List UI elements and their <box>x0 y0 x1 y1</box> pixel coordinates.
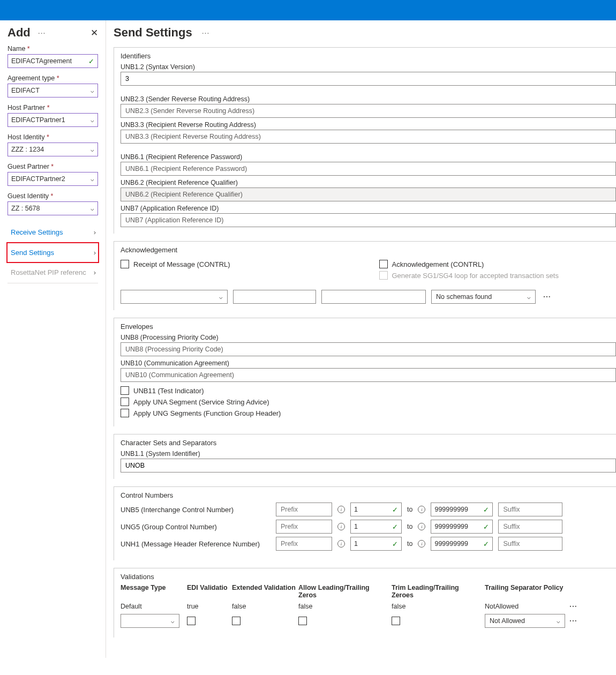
chevron-down-icon: ⌵ <box>527 294 531 301</box>
unb61-label: UNB6.1 (Recipient Reference Password) <box>121 153 616 161</box>
unb12-input[interactable] <box>121 72 616 86</box>
unb5-to[interactable]: 999999999✓ <box>431 502 493 516</box>
unb8-label: UNB8 (Processing Priority Code) <box>121 334 616 341</box>
val-false: false <box>392 603 483 610</box>
check-icon: ✓ <box>483 506 489 514</box>
ung5-prefix[interactable] <box>276 520 332 534</box>
unh1-prefix[interactable] <box>276 537 332 551</box>
close-icon[interactable]: ✕ <box>91 27 98 39</box>
control-numbers-section: Control Numbers UNB5 (Interchange Contro… <box>114 486 616 560</box>
guest-partner-select[interactable]: EDIFACTPartner2 ⌵ <box>7 172 98 186</box>
page-title: Send Settings <box>114 26 192 40</box>
unb5-from[interactable]: 1✓ <box>350 502 402 516</box>
name-input[interactable]: EDIFACTAgreement ✓ <box>7 54 98 68</box>
unb10-label: UNB10 (Communication Agreement) <box>121 359 616 367</box>
more-icon[interactable]: ··· <box>200 28 212 37</box>
unb11-checkbox[interactable] <box>121 386 129 395</box>
validations-section: Validations Message Type EDI Validatio E… <box>114 568 616 638</box>
chevron-right-icon: › <box>94 249 96 257</box>
unb23-input[interactable] <box>121 104 616 118</box>
guest-identity-select[interactable]: ZZ : 5678 ⌵ <box>7 201 98 215</box>
unh1-to[interactable]: 999999999✓ <box>431 537 493 551</box>
unh1-from[interactable]: 1✓ <box>350 537 402 551</box>
to-label: to <box>407 506 412 513</box>
chevron-down-icon: ⌵ <box>219 294 223 301</box>
ack-select-2[interactable] <box>233 290 316 304</box>
agreement-type-label: Agreement type * <box>7 74 98 82</box>
chevron-down-icon: ⌵ <box>91 87 94 94</box>
more-icon[interactable]: ··· <box>567 617 583 625</box>
ung5-from[interactable]: 1✓ <box>350 520 402 534</box>
info-icon[interactable]: i <box>337 540 345 548</box>
host-partner-label: Host Partner * <box>7 104 98 111</box>
to-label: to <box>407 540 412 548</box>
env-title: Envelopes <box>121 322 616 331</box>
una-label: Apply UNA Segment (Service String Advice… <box>133 398 269 406</box>
val-false: false <box>232 603 296 610</box>
more-icon[interactable]: ··· <box>36 28 48 37</box>
nav-rosettanet[interactable]: RosettaNet PIP referenc › <box>7 262 98 283</box>
ack-select-3[interactable] <box>321 290 426 304</box>
info-icon[interactable]: i <box>418 506 425 513</box>
right-panel: Send Settings ··· Identifiers UNB1.2 (Sy… <box>106 20 616 658</box>
val-default: Default <box>121 603 185 610</box>
ack-select-1[interactable]: ⌵ <box>121 290 228 304</box>
check-icon: ✓ <box>392 523 398 531</box>
nav-send-settings[interactable]: Send Settings › <box>6 242 99 263</box>
host-identity-select[interactable]: ZZZ : 1234 ⌵ <box>7 142 98 156</box>
chevron-down-icon: ⌵ <box>91 146 94 153</box>
host-partner-select[interactable]: EDIFACTPartner1 ⌵ <box>7 113 98 127</box>
envelopes-section: Envelopes UNB8 (Processing Priority Code… <box>114 318 616 426</box>
unb8-input[interactable] <box>121 342 616 356</box>
generate-label: Generate SG1/SG4 loop for accepted trans… <box>392 272 559 280</box>
unb5-label: UNB5 (Interchange Control Number) <box>121 506 271 514</box>
identifiers-title: Identifiers <box>121 52 616 60</box>
ack-contrl-checkbox[interactable] <box>379 260 388 268</box>
ctrl-title: Control Numbers <box>121 491 616 499</box>
more-icon[interactable]: ··· <box>541 292 553 301</box>
info-icon[interactable]: i <box>337 523 345 530</box>
name-label: Name * <box>7 45 98 52</box>
val-title: Validations <box>121 573 616 581</box>
chevron-down-icon: ⌵ <box>91 117 94 124</box>
unb5-suffix[interactable] <box>498 502 562 516</box>
unb33-label: UNB3.3 (Recipient Reverse Routing Addres… <box>121 121 616 129</box>
ung5-to[interactable]: 999999999✓ <box>431 520 493 534</box>
unb11sys-input[interactable] <box>121 459 616 472</box>
val-trim-checkbox[interactable] <box>392 617 400 625</box>
charset-section: Character Sets and Separators UNB1.1 (Sy… <box>114 434 616 479</box>
info-icon[interactable]: i <box>418 523 425 530</box>
val-edi-checkbox[interactable] <box>187 617 196 625</box>
info-icon[interactable]: i <box>337 506 345 513</box>
receipt-checkbox[interactable] <box>121 260 129 268</box>
val-h-trim: Trim Leading/Trailing Zeroes <box>392 584 483 599</box>
ung5-suffix[interactable] <box>498 520 562 534</box>
val-false: false <box>298 603 389 610</box>
unb5-prefix[interactable] <box>276 502 332 516</box>
more-icon[interactable]: ··· <box>567 602 583 611</box>
una-checkbox[interactable] <box>121 398 129 406</box>
val-ext-checkbox[interactable] <box>232 617 241 625</box>
val-msgtype-select[interactable]: ⌵ <box>121 614 179 628</box>
unb33-input[interactable] <box>121 130 616 144</box>
unb7-input[interactable] <box>121 213 616 227</box>
unb61-input[interactable] <box>121 162 616 176</box>
val-h-trail: Trailing Separator Policy <box>485 584 565 599</box>
val-h-ext: Extended Validation <box>232 584 296 599</box>
unb11-label: UNB11 (Test Indicator) <box>133 387 204 395</box>
chevron-down-icon: ⌵ <box>91 176 94 183</box>
acknowledgement-section: Acknowledgement Receipt of Message (CONT… <box>114 241 616 310</box>
unb12-label: UNB1.2 (Syntax Version) <box>121 63 616 71</box>
nav-receive-settings[interactable]: Receive Settings › <box>7 222 98 243</box>
val-lead-checkbox[interactable] <box>298 617 307 625</box>
identifiers-section: Identifiers UNB1.2 (Syntax Version) UNB2… <box>114 47 616 234</box>
agreement-type-select[interactable]: EDIFACT ⌵ <box>7 84 98 98</box>
unh1-suffix[interactable] <box>498 537 562 551</box>
ung-checkbox[interactable] <box>121 409 129 417</box>
val-trailpolicy-select[interactable]: Not Allowed⌵ <box>485 614 565 628</box>
unb10-input[interactable] <box>121 368 616 382</box>
val-h-lead: Allow Leading/Trailing Zeros <box>298 584 389 599</box>
host-identity-label: Host Identity * <box>7 133 98 141</box>
ack-schema-select[interactable]: No schemas found⌵ <box>431 290 536 304</box>
info-icon[interactable]: i <box>418 540 425 548</box>
